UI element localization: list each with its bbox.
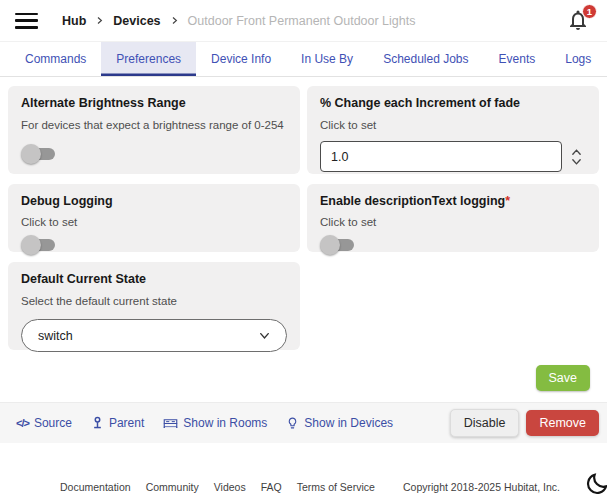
parent-link[interactable]: Parent — [91, 416, 144, 430]
device-tabs: Commands Preferences Device Info In Use … — [0, 41, 607, 77]
show-in-rooms-link[interactable]: Show in Rooms — [163, 416, 267, 430]
remove-button[interactable]: Remove — [526, 410, 599, 436]
debug-logging-toggle[interactable] — [21, 235, 57, 255]
source-link[interactable]: </> Source — [16, 416, 72, 430]
tab-events[interactable]: Events — [484, 42, 551, 76]
top-bar: Hub Devices Outdoor Front Permanent Outd… — [0, 0, 607, 41]
lightbulb-icon — [286, 416, 299, 430]
required-marker: * — [505, 194, 510, 208]
breadcrumb-device-name: Outdoor Front Permanent Outdoor Lights — [188, 14, 416, 28]
footer: Documentation Community Videos FAQ Terms… — [0, 443, 607, 500]
preference-description: Click to set — [320, 119, 586, 131]
preference-title: Enable descriptionText logging* — [320, 194, 586, 208]
parent-anchor-icon — [91, 416, 104, 430]
device-action-bar: </> Source Parent Show in Rooms Show in … — [0, 402, 607, 443]
footer-link-faq[interactable]: FAQ — [261, 481, 282, 493]
card-alternate-brightness-range: Alternate Brightness Range For devices t… — [8, 86, 300, 174]
tab-scheduled-jobs[interactable]: Scheduled Jobs — [368, 42, 483, 76]
preference-description: Click to set — [21, 216, 287, 228]
preference-title: Debug Logging — [21, 194, 287, 208]
tab-preferences[interactable]: Preferences — [101, 42, 196, 76]
card-fade-increment: % Change each Increment of fade Click to… — [307, 86, 599, 174]
breadcrumb: Hub Devices Outdoor Front Permanent Outd… — [62, 14, 415, 28]
preference-title: % Change each Increment of fade — [320, 96, 586, 110]
chevron-down-icon — [257, 328, 272, 343]
copyright-text: Copyright 2018-2025 Hubitat, Inc. — [403, 481, 560, 493]
default-current-state-select[interactable]: switch — [21, 319, 287, 352]
preference-description: For devices that expect a brightness ran… — [21, 119, 287, 131]
stepper-up-icon[interactable] — [569, 147, 584, 157]
alternate-brightness-toggle[interactable] — [21, 144, 57, 164]
tab-commands[interactable]: Commands — [10, 42, 101, 76]
preference-title: Default Current State — [21, 272, 287, 286]
menu-hamburger-icon[interactable] — [15, 13, 38, 29]
preference-description: Select the default current state — [21, 295, 287, 307]
notifications-button[interactable]: 1 — [566, 8, 592, 34]
breadcrumb-devices[interactable]: Devices — [113, 14, 160, 28]
preference-description: Click to set — [320, 216, 586, 228]
dark-mode-moon-icon[interactable] — [584, 471, 607, 499]
bell-icon — [566, 18, 590, 35]
selected-option: switch — [38, 329, 73, 343]
notification-badge: 1 — [582, 4, 597, 19]
footer-link-documentation[interactable]: Documentation — [60, 481, 131, 493]
show-in-devices-link[interactable]: Show in Devices — [286, 416, 393, 430]
footer-link-terms[interactable]: Terms of Service — [297, 481, 375, 493]
tab-device-info[interactable]: Device Info — [196, 42, 286, 76]
disable-button[interactable]: Disable — [450, 409, 520, 437]
card-default-current-state: Default Current State Select the default… — [8, 262, 300, 350]
breadcrumb-hub[interactable]: Hub — [62, 14, 86, 28]
number-stepper — [566, 147, 586, 167]
tab-in-use-by[interactable]: In Use By — [286, 42, 368, 76]
preferences-panel: Alternate Brightness Range For devices t… — [0, 77, 607, 402]
description-text-logging-toggle[interactable] — [320, 235, 356, 255]
bed-icon — [163, 417, 178, 430]
preference-title: Alternate Brightness Range — [21, 96, 287, 110]
save-button[interactable]: Save — [536, 365, 591, 391]
footer-link-community[interactable]: Community — [146, 481, 199, 493]
tab-logs[interactable]: Logs — [550, 42, 606, 76]
stepper-down-icon[interactable] — [569, 157, 584, 167]
footer-link-videos[interactable]: Videos — [214, 481, 246, 493]
chevron-right-icon — [95, 16, 104, 25]
chevron-right-icon — [170, 16, 179, 25]
code-icon: </> — [16, 417, 29, 429]
card-debug-logging: Debug Logging Click to set — [8, 184, 300, 252]
card-description-text-logging: Enable descriptionText logging* Click to… — [307, 184, 599, 252]
fade-increment-input[interactable] — [320, 141, 562, 172]
